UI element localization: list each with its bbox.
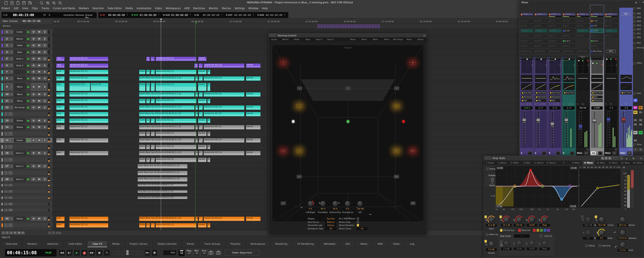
routing-Mix-Group[interactable]: Mix Group — [576, 50, 590, 53]
menu-tracks[interactable]: Tracks — [42, 7, 49, 10]
audio-clip[interactable]: record mic — [91, 83, 108, 91]
deexp-checkbox[interactable] — [585, 244, 588, 247]
expand-button[interactable]: + — [4, 132, 8, 136]
menu-cursor-and-marks[interactable]: Cursor and Marks — [53, 7, 75, 10]
eq-q-value[interactable]: 10.00 — [526, 224, 537, 227]
tab-metadata[interactable]: Metadata — [319, 241, 340, 247]
speaker-Lw[interactable]: Lw — [297, 104, 302, 108]
audio-clip[interactable]: record mic 011 (1) — [69, 70, 108, 74]
record-ready-dot[interactable] — [27, 107, 30, 108]
record-button[interactable]: ● — [598, 151, 602, 155]
track-output-button[interactable]: O — [31, 37, 36, 41]
sub-track-badge[interactable]: R — [8, 112, 13, 116]
forward-button[interactable]: ▶▶ — [88, 250, 95, 256]
eq-type-knob[interactable] — [542, 216, 548, 223]
track-type-button[interactable]: L — [10, 151, 13, 155]
track-mute-button[interactable]: M — [37, 92, 42, 96]
audio-clip[interactable]: record — [246, 106, 260, 110]
eq-gain-knob[interactable] — [503, 216, 510, 223]
track-output-button[interactable]: O — [31, 151, 36, 155]
track-mute-button[interactable]: M — [37, 76, 42, 80]
sub-track-badge[interactable]: LFE — [8, 209, 13, 211]
audio-clip[interactable]: Earth — [139, 118, 146, 123]
input-knob[interactable] — [488, 216, 494, 223]
track-name[interactable]: Stereo — [14, 125, 26, 129]
record-armed-indicator[interactable] — [48, 121, 50, 122]
track-number-button[interactable]: 6 — [4, 64, 10, 68]
track-2-header[interactable]: 2CBdrumOMS — [0, 36, 52, 42]
minimize-icon[interactable]: — — [639, 1, 642, 4]
audio-clip[interactable]: reco — [56, 76, 65, 81]
record-armed-indicator[interactable] — [48, 72, 50, 74]
routing-5-1C[interactable]: 5.1C — [534, 24, 547, 27]
stop-button[interactable]: ■ — [96, 250, 103, 256]
track-17-header[interactable]: 17Lbed 5.1OMS — [0, 164, 52, 169]
expand-button[interactable]: + — [4, 145, 8, 149]
track-solo-button[interactable]: S — [42, 164, 47, 168]
mix-mode[interactable]: Shared Mix — [85, 14, 96, 19]
pan-pad[interactable]: ◄ — [591, 57, 603, 74]
track-output-button[interactable]: O — [31, 30, 36, 34]
routing-5-1-B[interactable]: 5.1 B — [590, 29, 604, 32]
audio-clip[interactable]: r — [151, 83, 155, 91]
menu-window[interactable]: Window — [248, 7, 258, 10]
eq-gain-value[interactable]: 10.1 dB — [501, 224, 512, 227]
fader-curve-thumbnail[interactable] — [549, 83, 560, 90]
track-type-button[interactable]: C — [10, 77, 13, 80]
audio-clip[interactable]: record mic 011 (1) — [156, 118, 196, 123]
fader-cap[interactable] — [622, 118, 626, 122]
tab-workspaces[interactable]: Workspaces — [246, 241, 270, 247]
track-solo-button[interactable]: S — [42, 44, 47, 48]
audio-clip[interactable]: Earth Moon Sun 03-19-09+03-09-09_5.1 (2) — [138, 171, 188, 175]
pan-knob-divergence[interactable] — [344, 200, 350, 206]
audio-clip[interactable]: Earth — [139, 99, 146, 103]
audio-clip[interactable]: re — [195, 76, 198, 81]
eq-freq-knob[interactable] — [516, 216, 522, 223]
tab-project-library[interactable]: Project Library — [125, 241, 152, 247]
audio-clip[interactable]: r — [199, 112, 203, 116]
audio-clip[interactable]: Earth Moon Sun 03-19-09+03-09-09_5.1 (4) — [138, 184, 188, 186]
strip-value-box[interactable]: C / f — [563, 106, 575, 110]
track-mute-button[interactable]: M — [37, 83, 42, 91]
record-ready-dot[interactable] — [27, 31, 30, 33]
playhead-marker-icon[interactable] — [160, 19, 162, 22]
track-1-header[interactable]: 1CGuitarOMS — [0, 30, 52, 34]
routing-5-1C[interactable]: 5.1C — [605, 24, 618, 27]
band-color-1[interactable] — [536, 229, 539, 232]
audio-clip[interactable]: r — [151, 132, 155, 136]
routing-ATMOS-9-1-6[interactable]: ATMOS 9.1.6 — [520, 12, 533, 16]
record-ready-dot[interactable] — [27, 71, 30, 73]
audio-clip[interactable]: record mic 011 (1) — [156, 56, 196, 61]
track-mute-button[interactable]: M — [37, 44, 42, 48]
sidebar-expand-Panning[interactable]: − — [633, 47, 636, 49]
track-solo-button[interactable]: S — [42, 99, 47, 103]
tab-fx-rendering[interactable]: FX Rendering — [292, 241, 319, 247]
track-name[interactable]: Bdrum — [14, 37, 26, 41]
audio-clip[interactable]: Earth Moon Sun 03-19-09+03-09-09_5.1 (6) — [138, 196, 188, 199]
audio-clip[interactable]: re — [146, 132, 150, 136]
record-armed-indicator[interactable] — [48, 148, 50, 149]
audio-clip[interactable]: re — [146, 99, 150, 103]
audio-clip[interactable]: r — [199, 106, 203, 110]
audio-clip[interactable]: record mic 011 (1) — [156, 99, 196, 103]
routing-button[interactable] — [491, 178, 494, 182]
sidebar-group-MB1[interactable]: MB1 — [637, 12, 644, 15]
routing-ATMOS-9-1-6[interactable]: ATMOS 9.1.6 — [562, 12, 576, 16]
track-type-button[interactable]: L — [10, 217, 13, 220]
routing-5-1-A[interactable]: 5.1 A — [520, 34, 533, 37]
track-number-button[interactable]: 11 — [4, 99, 10, 103]
audio-clip[interactable]: reco — [56, 106, 65, 110]
track-output-button[interactable]: O — [31, 70, 36, 74]
sub-track-badge[interactable]: R — [8, 171, 13, 175]
channel-number[interactable]: MG1 — [577, 151, 582, 155]
track-15-header[interactable]: 15LStereoOMS — [0, 138, 52, 143]
audio-clip[interactable]: record mic 011 (1) — [69, 112, 108, 116]
fader-cap[interactable] — [578, 124, 582, 130]
track-solo-button[interactable]: S — [42, 119, 47, 122]
channel-number[interactable]: 9 — [563, 151, 568, 155]
audio-clip[interactable]: record mic 011 (1) — [69, 118, 108, 123]
record-button[interactable]: ● — [542, 151, 546, 155]
field-value[interactable]: 01:00:00:00 — [171, 14, 188, 16]
cur-timecode[interactable]: 00:46:15:00 — [13, 13, 34, 17]
track-number-button[interactable]: 9 — [4, 83, 10, 91]
